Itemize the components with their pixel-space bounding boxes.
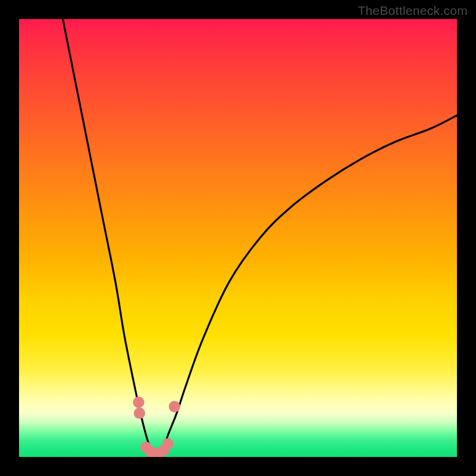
watermark-text: TheBottleneck.com [358, 4, 468, 18]
plot-area [19, 19, 457, 457]
data-marker [162, 438, 174, 449]
curve-layer [19, 19, 457, 457]
data-marker [134, 408, 145, 419]
bottleneck-curve [63, 19, 457, 456]
data-marker [133, 396, 144, 408]
data-marker [169, 401, 180, 412]
chart-frame: TheBottleneck.com [0, 0, 476, 476]
